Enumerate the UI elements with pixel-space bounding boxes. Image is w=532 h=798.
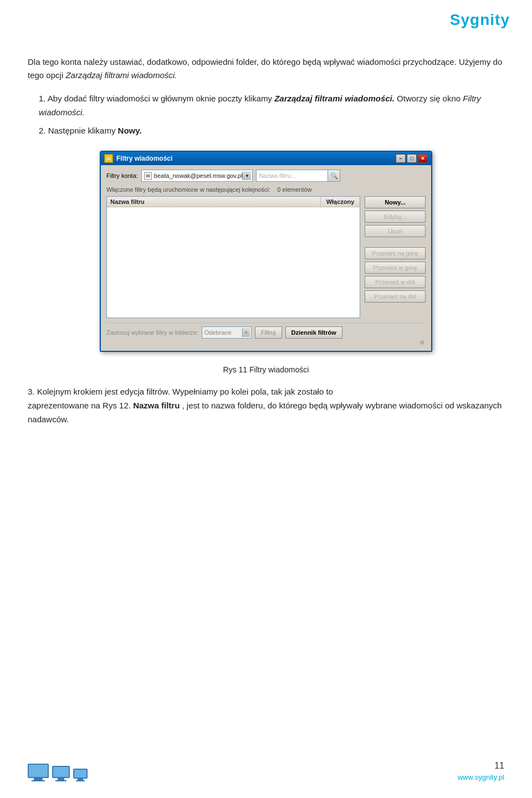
list-item-2: 2. Następnie klikamy Nowy. — [39, 124, 504, 138]
logo: Sygnity — [450, 11, 510, 29]
step3-number: 3. — [28, 387, 37, 396]
step3-middle: zaprezentowane na Rys 12. — [28, 401, 131, 410]
close-button[interactable]: ✕ — [418, 154, 428, 163]
step1-prefix: Aby dodać filtry wiadomości w głównym ok… — [48, 94, 272, 103]
main-area: Nazwa filtru Włączony Nowy... Edytuj... … — [106, 196, 426, 318]
step3-bold-label: Nazwa filtru — [133, 401, 180, 410]
col-header-enabled: Włączony — [321, 197, 360, 207]
intro-italic: Zarządzaj filtrami wiadomości. — [65, 70, 177, 80]
folder-name: Odebrane — [204, 329, 232, 336]
step2-number: 2. — [39, 126, 48, 135]
delete-button[interactable]: Usuń — [365, 225, 426, 237]
filter-count: 0 elementów — [277, 186, 311, 193]
edit-button[interactable]: Edytuj... — [365, 211, 426, 223]
filtry-dialog: ✉ Filtry wiadomości − □ ✕ Filtry konta: — [100, 151, 432, 352]
filter-table: Nazwa filtru Włączony — [106, 196, 360, 318]
dialog-controls: − □ ✕ — [396, 154, 428, 163]
dialog-body: Filtry konta: ✉ beata_nowak@pesel.msw.go… — [101, 165, 431, 351]
search-row: Nazwa filtru... 🔍 — [256, 170, 340, 182]
footer: 11 www.sygnity.pl — [0, 761, 532, 781]
folder-select[interactable]: Odebrane ▼ — [202, 326, 252, 339]
filter-account-row: Filtry konta: ✉ beata_nowak@pesel.msw.go… — [106, 170, 426, 182]
step3-text: 3. Kolejnym krokiem jest edycja filtrów.… — [28, 385, 504, 426]
account-email: beata_nowak@pesel.msw.gov.pl — [154, 172, 243, 179]
maximize-button[interactable]: □ — [407, 154, 417, 163]
step3-to: to — [326, 387, 333, 396]
col-header-name: Nazwa filtru — [107, 197, 321, 207]
footer-website: www.sygnity.pl — [458, 773, 504, 781]
apply-label: Zastosuj wybrane filtry w folderze: — [106, 329, 198, 336]
filter-button[interactable]: Filtruj — [255, 326, 282, 339]
footer-computers — [28, 764, 88, 781]
dialog-titlebar: ✉ Filtry wiadomości − □ ✕ — [101, 152, 431, 165]
step1-bold: Zarządzaj filtrami wiadomości. — [274, 94, 395, 103]
move-top-button[interactable]: Przenieś na górę — [365, 247, 426, 259]
logo-text: Sygnity — [450, 11, 510, 28]
account-dropdown-arrow[interactable]: ▼ — [242, 171, 251, 180]
move-down-button[interactable]: Przenieś w dół — [365, 276, 426, 288]
step3-prefix: Kolejnym krokiem jest edycja filtrów. Wy… — [37, 387, 324, 396]
intro-paragraph: Dla tego konta należy ustawiać, dodatkow… — [28, 55, 504, 82]
footer-logo — [28, 764, 88, 781]
filter-count-text: Włączone filtry będą uruchomione w nastę… — [106, 186, 270, 193]
dialog-title-left: ✉ Filtry wiadomości — [104, 154, 172, 163]
move-up-button[interactable]: Przenieś w górę — [365, 262, 426, 274]
btn-spacer — [365, 239, 426, 245]
filter-count-row: Włączone filtry będą uruchomione w nastę… — [106, 186, 426, 193]
minimize-button[interactable]: − — [396, 154, 406, 163]
account-select[interactable]: ✉ beata_nowak@pesel.msw.gov.pl ▼ — [141, 170, 253, 182]
dialog-title-text: Filtry wiadomości — [116, 155, 172, 162]
table-body — [107, 207, 360, 313]
folder-dropdown-arrow[interactable]: ▼ — [242, 328, 250, 337]
step1-suffix: Otworzy się okno — [397, 94, 461, 103]
page-number: 11 — [494, 761, 504, 771]
account-select-text: ✉ beata_nowak@pesel.msw.gov.pl — [144, 172, 243, 180]
search-field[interactable]: Nazwa filtru... — [256, 170, 328, 182]
dialog-bottom: Zastosuj wybrane filtry w folderze: Odeb… — [106, 323, 426, 339]
search-button[interactable]: 🔍 — [328, 170, 340, 182]
table-header: Nazwa filtru Włączony — [107, 197, 360, 207]
log-button[interactable]: Dziennik filtrów — [285, 326, 342, 339]
search-icon: 🔍 — [330, 172, 338, 180]
footer-right: 11 www.sygnity.pl — [458, 761, 504, 781]
resize-handle[interactable]: ⊞ — [106, 339, 426, 345]
buttons-column: Nowy... Edytuj... Usuń Przenieś na górę … — [365, 196, 426, 318]
new-button[interactable]: Nowy... — [365, 196, 426, 208]
dialog-wrapper: ✉ Filtry wiadomości − □ ✕ Filtry konta: — [100, 151, 432, 352]
dialog-icon: ✉ — [104, 154, 113, 163]
step2-prefix: Następnie klikamy — [48, 126, 116, 135]
step2-bold: Nowy. — [118, 126, 142, 135]
numbered-list: 1. Aby dodać filtry wiadomości w głównym… — [39, 92, 504, 137]
list-item-1: 1. Aby dodać filtry wiadomości w głównym… — [39, 92, 504, 120]
step1-number: 1. — [39, 94, 48, 103]
dialog-caption: Rys 11 Filtry wiadomości — [28, 365, 504, 374]
filter-account-label: Filtry konta: — [106, 172, 138, 179]
move-bottom-button[interactable]: Przenieś na dół — [365, 290, 426, 303]
